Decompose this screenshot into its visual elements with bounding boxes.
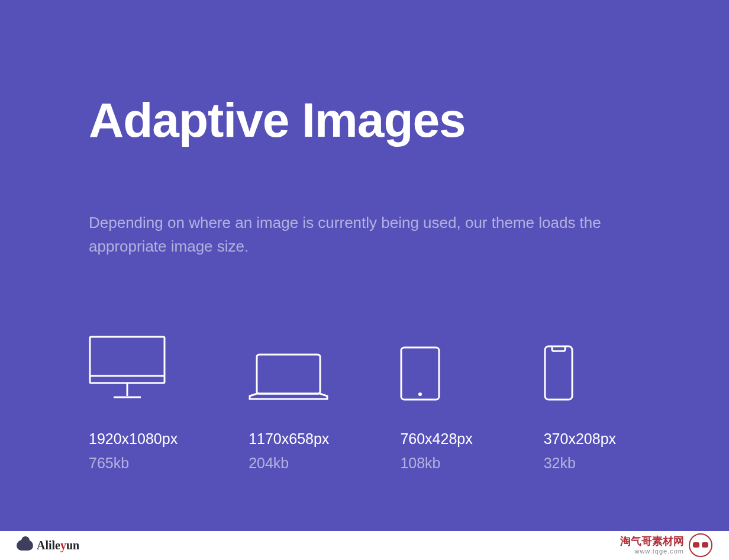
footer-brand-right-cn: 淘气哥素材网 bbox=[620, 536, 684, 548]
svg-point-6 bbox=[418, 392, 422, 396]
device-filesize: 204kb bbox=[249, 455, 329, 472]
page-title: Adaptive Images bbox=[89, 95, 640, 146]
page-subtitle: Depending on where an image is currently… bbox=[89, 211, 633, 259]
footer-brand-right-url: www.tqge.com bbox=[634, 548, 684, 555]
device-resolution: 1920x1080px bbox=[89, 430, 178, 448]
cloud-icon bbox=[17, 540, 33, 551]
svg-rect-7 bbox=[545, 346, 572, 400]
phone-icon bbox=[544, 333, 616, 401]
device-filesize: 32kb bbox=[544, 455, 616, 472]
device-tablet: 760x428px 108kb bbox=[400, 333, 472, 472]
hero-section: Adaptive Images Depending on where an im… bbox=[0, 0, 729, 531]
device-filesize: 108kb bbox=[400, 455, 472, 472]
footer-logo-right[interactable]: 淘气哥素材网 www.tqge.com bbox=[620, 533, 712, 557]
footer-bar: Alileyun 淘气哥素材网 www.tqge.com bbox=[0, 531, 729, 560]
device-resolution: 1170x658px bbox=[249, 430, 329, 448]
device-resolution: 370x208px bbox=[544, 430, 616, 448]
device-desktop: 1920x1080px 765kb bbox=[89, 333, 178, 472]
svg-rect-5 bbox=[401, 347, 439, 400]
mascot-face-icon bbox=[689, 533, 712, 557]
device-list: 1920x1080px 765kb 1170x658px 204kb 760x4… bbox=[89, 333, 640, 472]
svg-rect-4 bbox=[257, 355, 320, 394]
device-resolution: 760x428px bbox=[400, 430, 472, 448]
device-filesize: 765kb bbox=[89, 455, 178, 472]
device-laptop: 1170x658px 204kb bbox=[249, 333, 329, 472]
footer-brand-left: Alileyun bbox=[37, 539, 79, 552]
tablet-icon bbox=[400, 333, 472, 401]
footer-logo-left[interactable]: Alileyun bbox=[17, 539, 79, 552]
device-phone: 370x208px 32kb bbox=[544, 333, 616, 472]
desktop-icon bbox=[89, 333, 178, 401]
laptop-icon bbox=[249, 333, 329, 401]
footer-brand-right-text: 淘气哥素材网 www.tqge.com bbox=[620, 536, 684, 555]
